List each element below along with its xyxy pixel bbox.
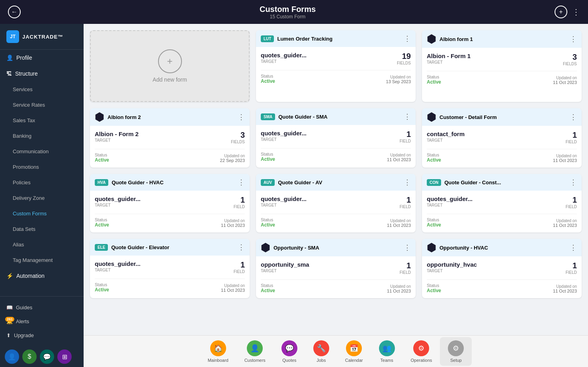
setup-icon: ⚙ — [448, 340, 464, 356]
guides-label: Guides — [16, 305, 32, 310]
teams-label: Teams — [380, 358, 393, 363]
card-menu-const[interactable]: ⋮ — [570, 178, 577, 187]
card-header-hvac: HVA Quote Guider - HVAC ⋮ — [90, 174, 250, 191]
sidebar-item-structure[interactable]: 🏗 Structure — [0, 66, 84, 82]
jobs-label: Jobs — [316, 358, 326, 363]
sidebar-item-services[interactable]: Services — [0, 82, 84, 97]
card-title-opp-hvac: Opportunity - HVAC — [440, 245, 567, 251]
menu-button[interactable]: ⋮ — [572, 7, 580, 17]
sidebar-label-communication: Communication — [13, 148, 49, 154]
sidebar-item-promotions[interactable]: Promotions — [0, 159, 84, 175]
customers-icon: 👤 — [247, 340, 263, 356]
sidebar-item-policies[interactable]: Policies — [0, 175, 84, 190]
sidebar-guides[interactable]: 📖 Guides — [3, 301, 80, 314]
card-fields-label-lumen: FIELDS — [397, 61, 411, 65]
hex-icon-albion2 — [95, 112, 104, 122]
card-menu-opp-sma[interactable]: ⋮ — [404, 243, 411, 252]
nav-mainboard[interactable]: 🏠 Mainboard — [200, 337, 236, 366]
sidebar-nav: 👤 Profile 🏗 Structure Services Service R… — [0, 50, 84, 296]
form-card-opp-sma: Opportunity - SMA ⋮ opportunity_sma TARG… — [256, 239, 416, 298]
nav-teams[interactable]: 👥 Teams — [371, 337, 403, 366]
sidebar-bottom: 📖 Guides 🔔261 Alerts ⬆ Upgrade — [0, 296, 84, 346]
card-target-albion2: Albion - Form 2 — [95, 131, 139, 137]
card-header-av: AUV Quote Guider - AV ⋮ — [256, 174, 416, 191]
top-header: ← Custom Forms 15 Custom Form + ⋮ — [0, 0, 588, 24]
sidebar-label-promotions: Promotions — [13, 164, 39, 170]
sidebar-label-tag-management: Tag Management — [13, 257, 53, 263]
sidebar-grid-icon[interactable]: ⊞ — [57, 349, 72, 364]
nav-jobs[interactable]: 🔧 Jobs — [305, 337, 337, 366]
sidebar-item-profile[interactable]: 👤 Profile — [0, 50, 84, 66]
upgrade-icon: ⬆ — [6, 332, 11, 338]
sidebar-item-service-rates[interactable]: Service Rates — [0, 97, 84, 113]
sidebar-item-banking[interactable]: Banking — [0, 128, 84, 144]
sidebar-item-sales-tax[interactable]: Sales Tax — [0, 113, 84, 128]
form-card-opp-hvac: Opportunity - HVAC ⋮ opportunity_hvac TA… — [422, 239, 582, 298]
sidebar-item-delivery-zone[interactable]: Delivery Zone — [0, 190, 84, 206]
jobs-icon: 🔧 — [313, 340, 329, 356]
hex-icon-opp-hvac — [427, 243, 436, 252]
forms-grid: + Add new form LUT Lumen Order Tracking … — [90, 30, 582, 298]
card-menu-av[interactable]: ⋮ — [404, 178, 411, 187]
card-title-const: Quote Guider - Const... — [444, 180, 567, 185]
sidebar-item-custom-forms[interactable]: Custom Forms — [0, 206, 84, 221]
add-new-form-card[interactable]: + Add new form — [90, 30, 250, 102]
card-menu-hvac[interactable]: ⋮ — [238, 178, 245, 187]
card-menu-elevator[interactable]: ⋮ — [238, 243, 245, 252]
sidebar-item-data-sets[interactable]: Data Sets — [0, 221, 84, 237]
sidebar-dollar-icon[interactable]: $ — [22, 349, 37, 364]
hex-icon-opp-sma — [261, 243, 270, 252]
sidebar-item-tag-management[interactable]: Tag Management — [0, 252, 84, 268]
nav-setup[interactable]: ⚙ Setup — [440, 337, 472, 366]
nav-customers[interactable]: 👤 Customers — [236, 337, 273, 366]
sidebar-label-data-sets: Data Sets — [13, 226, 35, 232]
form-card-quote-sma: SMA Quote Guider - SMA ⋮ quotes_guider..… — [256, 108, 416, 168]
quotes-icon: 💬 — [281, 340, 297, 356]
sidebar-chat-icon[interactable]: 💬 — [40, 349, 54, 364]
structure-icon: 🏗 — [6, 70, 12, 77]
card-header-customer: Customer - Detail Form ⋮ — [422, 108, 582, 126]
card-header-elevator: ELE Quote Guider - Elevator ⋮ — [90, 239, 250, 256]
content-area: + Add new form LUT Lumen Order Tracking … — [84, 24, 588, 367]
nav-calendar[interactable]: 📅 Calendar — [337, 337, 371, 366]
card-menu-sma[interactable]: ⋮ — [404, 112, 411, 121]
back-button[interactable]: ← — [8, 6, 21, 18]
form-card-const: CON Quote Guider - Const... ⋮ quotes_gui… — [422, 174, 582, 232]
sidebar-item-automation[interactable]: ⚡ Automation — [0, 268, 84, 284]
sidebar-label-delivery-zone: Delivery Zone — [13, 195, 45, 201]
logo-icon: JT — [6, 30, 19, 43]
card-title-opp-sma: Opportunity - SMA — [273, 245, 400, 251]
add-new-label: Add new form — [152, 76, 187, 83]
calendar-label: Calendar — [345, 358, 363, 363]
card-menu-albion2[interactable]: ⋮ — [238, 113, 245, 121]
sidebar-item-alias[interactable]: Alias — [0, 237, 84, 252]
sidebar-label-alias: Alias — [13, 242, 24, 248]
upgrade-label: Upgrade — [14, 332, 34, 338]
content-scroll: + Add new form LUT Lumen Order Tracking … — [84, 24, 588, 335]
card-title-hvac: Quote Guider - HVAC — [111, 180, 234, 185]
card-menu-opp-hvac[interactable]: ⋮ — [570, 243, 577, 252]
sidebar-item-communication[interactable]: Communication — [0, 144, 84, 159]
card-status-lumen: Active — [261, 78, 275, 84]
customers-label: Customers — [244, 358, 266, 363]
card-menu-lumen[interactable]: ⋮ — [404, 34, 411, 43]
card-badge-hva: HVA — [95, 179, 108, 186]
sidebar-upgrade[interactable]: ⬆ Upgrade — [3, 329, 80, 342]
card-menu-customer[interactable]: ⋮ — [570, 113, 577, 121]
card-header-albion2: Albion form 2 ⋮ — [90, 108, 250, 126]
card-header-albion1: Albion form 1 ⋮ — [422, 30, 582, 48]
sidebar-label-services: Services — [13, 86, 33, 92]
card-title-customer: Customer - Detail Form — [440, 114, 567, 120]
card-header-opp-sma: Opportunity - SMA ⋮ — [256, 239, 416, 256]
nav-quotes[interactable]: 💬 Quotes — [273, 337, 305, 366]
sidebar-label-structure: Structure — [15, 70, 38, 77]
alerts-label: Alerts — [16, 318, 29, 324]
sidebar-user-icon[interactable]: 👤 — [5, 349, 19, 364]
add-button[interactable]: + — [555, 6, 567, 18]
nav-operations[interactable]: ⚙ Operations — [403, 337, 440, 366]
sidebar-alerts[interactable]: 🔔261 Alerts — [3, 315, 80, 328]
form-card-hvac: HVA Quote Guider - HVAC ⋮ quotes_guider.… — [90, 174, 250, 232]
card-menu-albion1[interactable]: ⋮ — [570, 35, 577, 43]
card-header-lumen: LUT Lumen Order Tracking ⋮ — [256, 30, 416, 47]
form-card-albion-2: Albion form 2 ⋮ Albion - Form 2 TARGET 3… — [90, 108, 250, 168]
